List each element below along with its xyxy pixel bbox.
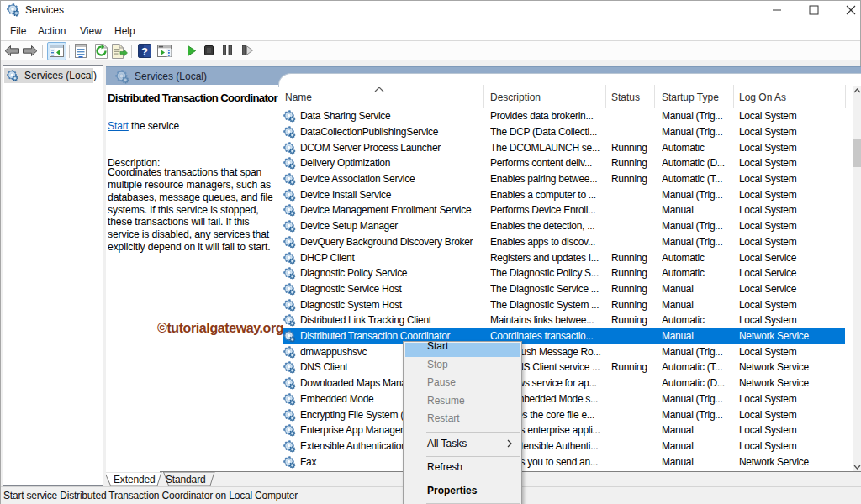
svg-text:?: ? bbox=[141, 45, 148, 58]
